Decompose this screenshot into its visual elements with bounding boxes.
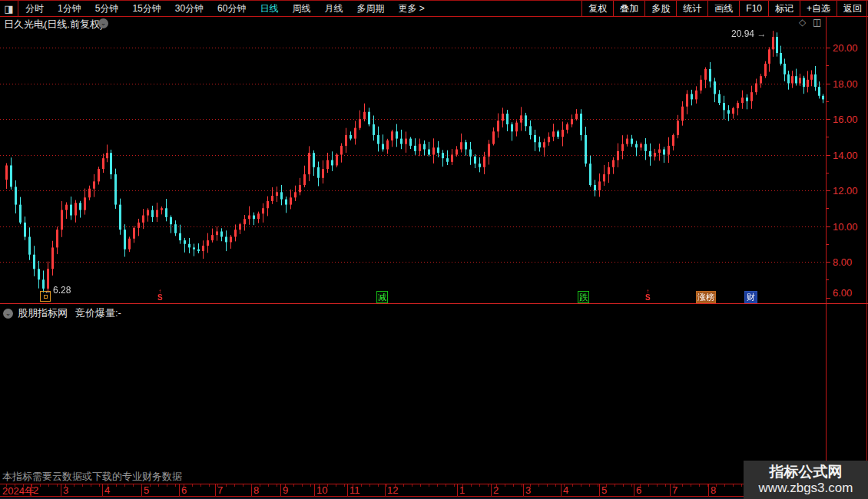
month-separator [314,484,315,497]
candlestick-chart[interactable] [0,27,826,303]
diamond-icon[interactable]: ◇ [799,17,806,28]
date-minor-tick [158,484,159,487]
y-axis-label: 20.00 [833,42,866,54]
timeframe-1分钟[interactable]: 1分钟 [51,2,88,15]
month-separator [491,484,492,497]
month-separator [561,484,562,497]
month-label: 5 [144,484,149,496]
date-minor-tick [285,484,286,487]
date-minor-tick [184,484,184,487]
date-minor-tick [665,484,666,487]
date-minor-tick [615,484,615,487]
date-minor-tick [108,484,108,487]
timeframe-更多 >[interactable]: 更多 > [391,2,431,15]
date-minor-tick [319,484,320,487]
toolbar-button-返回[interactable]: 返回 [837,1,868,17]
timeframe-多周期[interactable]: 多周期 [350,2,391,15]
date-minor-tick [327,484,328,487]
y-axis-label: 6.00 [833,287,866,299]
timeframe-5分钟[interactable]: 5分钟 [88,2,126,15]
y-axis-minor-tick [827,208,829,209]
timeframe-分时[interactable]: 分时 [18,2,51,15]
toolbar-button-统计[interactable]: 统计 [676,1,707,17]
date-minor-tick [226,484,227,487]
toolbar-button-复权[interactable]: 复权 [581,1,613,17]
date-minor-tick [741,484,742,487]
timeframe-15分钟[interactable]: 15分钟 [125,2,167,15]
toolbar-button-多股[interactable]: 多股 [644,1,676,17]
timeframe-日线[interactable]: 日线 [253,2,285,15]
date-minor-tick [530,484,531,487]
timeframe-60分钟[interactable]: 60分钟 [210,2,253,15]
date-minor-tick [454,484,455,487]
month-separator [61,484,61,497]
date-minor-tick [446,484,446,487]
date-minor-tick [192,484,193,487]
date-minor-tick [420,484,421,487]
y-axis-major-tick [827,298,830,299]
date-minor-tick [353,484,353,487]
date-minor-tick [538,484,539,487]
timeframe-月线[interactable]: 月线 [317,2,350,15]
dividend-marker-letter: S [157,294,163,301]
y-axis-major-tick [827,262,830,263]
toolbar-button-F10[interactable]: F10 [739,1,768,17]
split-window-icon[interactable]: ◫ [813,17,821,28]
month-label: 8 [253,484,259,496]
high-price-annotation: 20.94 → [731,28,766,39]
event-marker-涨榜: 涨榜 [696,291,716,303]
date-minor-tick [606,484,607,487]
window-layout-icon[interactable]: ◨ [0,1,18,17]
date-minor-tick [217,484,218,487]
y-axis-major-tick [827,119,830,120]
date-minor-tick [598,484,598,487]
date-minor-tick [623,484,624,487]
date-minor-tick [378,484,379,487]
toolbar-button-画线[interactable]: 画线 [707,1,739,17]
y-axis-minor-tick [827,244,829,245]
month-label: 6 [636,484,641,496]
month-label: 7 [217,484,223,496]
date-minor-tick [631,484,632,487]
date-minor-tick [648,484,649,487]
indicator-panel-header: ⌄ 股朋指标网 竞价爆量:- [3,306,121,320]
date-minor-tick [724,484,725,487]
date-minor-tick [150,484,151,487]
arrow-right-icon: → [757,28,766,39]
date-minor-tick [429,484,429,487]
date-minor-tick [462,484,463,487]
date-minor-tick [48,484,49,487]
watermark-box: 指标公式网 www.zbgs3.com [744,461,868,499]
date-minor-tick [691,484,691,487]
year-label: 2024年 [2,484,35,498]
timeframe-周线[interactable]: 周线 [285,2,317,15]
date-minor-tick [344,484,345,487]
watermark-title: 指标公式网 [770,464,843,481]
month-label: 12 [387,484,398,496]
toolbar-button-叠加[interactable]: 叠加 [613,1,644,17]
date-minor-tick [277,484,277,487]
marker-inner-square [44,295,48,299]
timeframe-30分钟[interactable]: 30分钟 [168,2,210,15]
month-separator [457,484,458,497]
indicator-source-label: 股朋指标网 [18,306,68,320]
toolbar-button-标记[interactable]: 标记 [768,1,800,17]
event-marker-S↑: ↑S [645,289,651,301]
date-minor-tick [657,484,658,487]
event-marker-跌: 跌 [578,291,589,303]
date-minor-tick [57,484,58,487]
month-separator [385,484,386,497]
date-minor-tick [23,484,24,487]
y-axis-minor-tick [827,279,829,280]
date-minor-tick [6,484,7,487]
date-minor-tick [260,484,260,487]
date-axis [0,484,868,497]
price-axis-line [826,17,827,484]
y-axis-major-tick [827,226,830,227]
date-minor-tick [200,484,201,487]
y-axis-label: 14.00 [833,150,866,161]
toolbar-button-+自选[interactable]: +自选 [800,1,837,17]
panel-collapse-icon[interactable]: ⌄ [3,309,13,319]
date-minor-tick [581,484,581,487]
y-axis-major-tick [827,84,830,84]
